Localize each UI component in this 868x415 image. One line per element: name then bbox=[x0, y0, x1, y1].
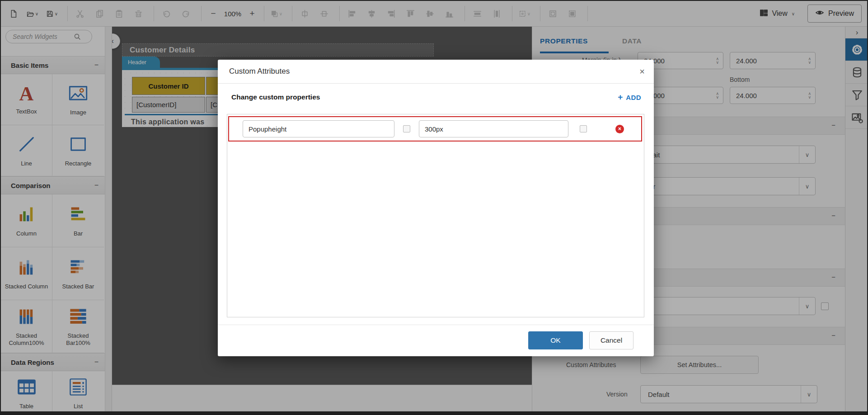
add-label: ADD bbox=[626, 94, 641, 101]
dialog-header: Custom Attributes × bbox=[218, 60, 654, 84]
cancel-label: Cancel bbox=[601, 336, 622, 344]
attribute-name-input[interactable] bbox=[243, 120, 394, 137]
dialog-subtitle: Change custom properties bbox=[231, 93, 320, 101]
attribute-row-selected[interactable]: × bbox=[228, 116, 642, 141]
custom-attributes-dialog: Custom Attributes × Change custom proper… bbox=[218, 60, 654, 356]
cancel-button[interactable]: Cancel bbox=[589, 331, 633, 349]
app-window: ∨∨ − 100% + ∨∨ View ∨ Preview Basic Item… bbox=[0, 0, 868, 415]
ok-button[interactable]: OK bbox=[528, 331, 583, 349]
add-attribute-button[interactable]: + ADD bbox=[618, 92, 641, 102]
delete-attribute-icon[interactable]: × bbox=[615, 125, 624, 133]
name-encrypt-checkbox[interactable] bbox=[403, 125, 410, 132]
attributes-list: × bbox=[227, 114, 644, 317]
footer-divider bbox=[218, 325, 654, 325]
close-icon[interactable]: × bbox=[630, 66, 654, 77]
plus-icon: + bbox=[618, 92, 623, 102]
ok-label: OK bbox=[550, 336, 560, 344]
dialog-title: Custom Attributes bbox=[229, 67, 630, 76]
value-encrypt-checkbox[interactable] bbox=[580, 125, 587, 132]
attribute-value-input[interactable] bbox=[419, 120, 568, 137]
